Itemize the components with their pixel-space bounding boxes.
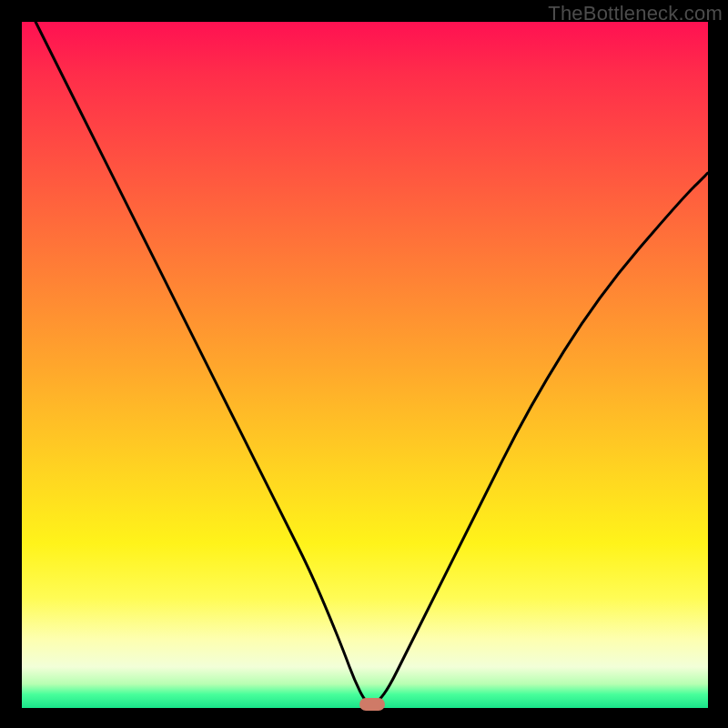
min-marker	[359, 698, 385, 711]
watermark-text: TheBottleneck.com	[548, 2, 723, 25]
bottleneck-curve	[22, 22, 708, 708]
curve-path	[35, 22, 708, 703]
chart-frame: TheBottleneck.com	[0, 0, 728, 728]
plot-area	[22, 22, 708, 708]
